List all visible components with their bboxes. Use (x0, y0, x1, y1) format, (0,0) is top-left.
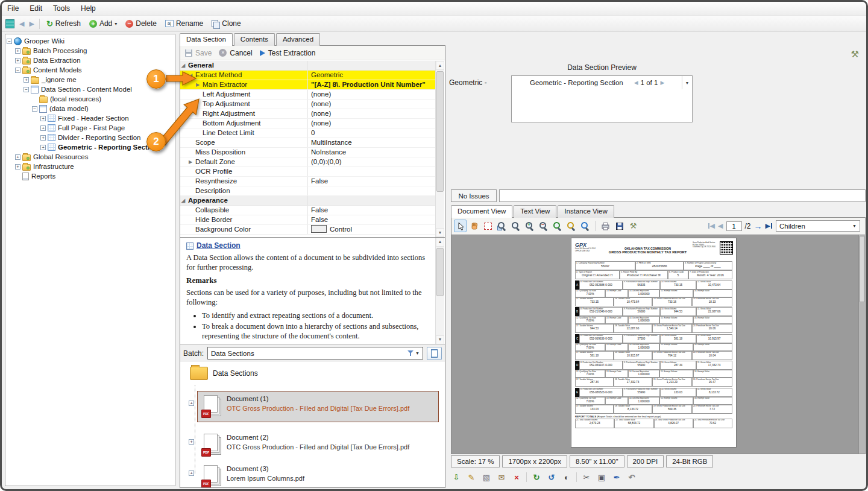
property-value[interactable]: False (308, 215, 435, 224)
property-value[interactable]: (0,0):(0,0) (308, 157, 435, 166)
tree-expander-icon[interactable]: + (15, 154, 20, 160)
batch-document-row[interactable]: + PDF Document (1) OTC Gross Production … (189, 391, 439, 422)
snapshot-icon[interactable] (613, 220, 626, 232)
property-value[interactable]: NoInstance (308, 148, 435, 157)
advanced-settings-icon[interactable]: ⚒ (851, 49, 859, 60)
menu-tools[interactable]: Tools (48, 2, 75, 15)
crop-icon[interactable]: ✂ (581, 472, 592, 483)
tree-expander-icon[interactable]: − (32, 106, 37, 112)
pan-tool-icon[interactable] (468, 220, 480, 232)
rename-button[interactable]: Rename (161, 18, 207, 29)
property-row[interactable]: Hide Border False (180, 215, 435, 225)
undo-icon[interactable]: ↶ (626, 472, 637, 483)
tree-expander-icon[interactable]: + (15, 48, 20, 54)
clone-button[interactable]: Clone (207, 18, 245, 29)
page-number-input[interactable] (726, 221, 742, 231)
previous-page-icon[interactable]: ◀ (718, 222, 723, 230)
select-tool-icon[interactable] (454, 220, 467, 232)
nav-back-icon[interactable]: ◀ (17, 20, 27, 28)
batch-root-node[interactable]: Data Sections (190, 367, 258, 380)
document-card-selected[interactable]: PDF Document (1) OTC Gross Production - … (197, 391, 439, 422)
tab-instance-view[interactable]: Instance View (558, 205, 614, 218)
document-expander-icon[interactable]: + (189, 401, 194, 406)
property-expander-icon[interactable]: ◢ (181, 61, 188, 70)
batch-document-row[interactable]: + PDF Document (3) Lorem Ipsum Columns.p… (189, 461, 439, 487)
invert-colors-icon[interactable]: ◐ (561, 472, 572, 483)
property-value[interactable]: MultiInstance (308, 138, 435, 147)
property-row[interactable]: ◢ Extract Method Geometric (180, 71, 435, 80)
export-image-icon[interactable]: ⇩ (451, 472, 462, 483)
property-row[interactable]: Resynthesize False (180, 177, 435, 186)
next-page-icon[interactable]: → (754, 221, 763, 231)
zoom-out-icon[interactable] (537, 220, 550, 232)
property-row[interactable]: ▶ Main Extractor "[A-Z] 8\. Production U… (180, 80, 435, 90)
property-row[interactable]: ◢ Appearance (180, 196, 435, 206)
preview-next-icon[interactable]: ▶ (658, 80, 667, 86)
edit-image-icon[interactable]: ✎ (466, 472, 477, 483)
tab-data-section[interactable]: Data Section (180, 33, 233, 46)
document-expander-icon[interactable]: + (189, 439, 194, 445)
zoom-region-icon[interactable] (495, 220, 508, 232)
property-value[interactable]: (none) (308, 119, 435, 128)
property-value[interactable]: "[A-Z] 8\. Production Unit Number" (308, 80, 435, 89)
batch-view-button[interactable] (427, 347, 442, 360)
image-settings-icon[interactable]: ⚒ (627, 220, 640, 232)
property-value[interactable] (308, 196, 435, 205)
first-page-icon[interactable]: ◀ (708, 222, 715, 230)
tree-expander-icon[interactable]: + (40, 125, 46, 131)
viewer-canvas[interactable]: GPX Form 300 Revised 10-2014 OFFICE USE … (451, 235, 865, 454)
property-expander-icon[interactable]: ▶ (189, 157, 195, 166)
tree-expander-icon[interactable]: + (40, 145, 46, 150)
tree-item[interactable]: + Batch Processing (5, 46, 175, 55)
scrollbar-thumb[interactable] (436, 71, 444, 192)
tab-contents[interactable]: Contents (234, 33, 275, 46)
delete-page-icon[interactable]: × (511, 472, 522, 483)
document-page[interactable]: GPX Form 300 Revised 10-2014 OFFICE USE … (571, 238, 736, 447)
property-row[interactable]: ◢ General (180, 61, 435, 71)
property-row[interactable]: OCR Profile (180, 167, 435, 177)
tree-expander-icon[interactable]: − (24, 87, 29, 92)
tree-item[interactable]: − Grooper Wiki (5, 36, 175, 46)
property-grid-scrollbar[interactable] (435, 61, 444, 237)
property-value[interactable] (308, 167, 435, 176)
tree-expander-icon[interactable]: + (40, 135, 46, 141)
scroll-up-icon[interactable] (436, 238, 444, 247)
property-value[interactable]: False (308, 206, 435, 215)
zoom-in-icon[interactable] (523, 220, 536, 232)
scrollbar-thumb[interactable] (860, 236, 864, 302)
property-value[interactable] (308, 186, 435, 195)
tab-text-view[interactable]: Text View (514, 205, 556, 218)
tab-advanced[interactable]: Advanced (276, 33, 320, 46)
property-row[interactable]: Background Color Control (180, 225, 435, 235)
preview-prev-icon[interactable]: ◀ (632, 80, 641, 86)
scrollbar-thumb[interactable] (436, 248, 444, 296)
test-extraction-button[interactable]: Test Extraction (260, 49, 316, 57)
property-value[interactable]: (none) (308, 109, 435, 118)
tree-expander-icon[interactable]: + (15, 58, 20, 63)
zoom-width-icon[interactable] (565, 220, 577, 232)
tree-item[interactable]: − (data model) (5, 104, 175, 113)
tree-item[interactable]: (local resources) (5, 94, 175, 104)
tree-expander-icon[interactable]: + (15, 164, 20, 169)
property-value[interactable]: (none) (308, 100, 435, 109)
property-value[interactable]: Control (308, 225, 435, 234)
rotate-page-icon[interactable]: ↻ (531, 472, 542, 483)
viewer-scrollbar[interactable] (858, 235, 865, 454)
property-row[interactable]: Collapsible False (180, 206, 435, 215)
scroll-down-icon[interactable] (436, 335, 444, 344)
tree-item[interactable]: + Data Extraction (5, 55, 175, 65)
property-value[interactable]: Geometric (308, 71, 435, 80)
property-row[interactable]: ▶ Default Zone (0,0):(0,0) (180, 157, 435, 167)
sign-document-icon[interactable]: ✒ (611, 472, 622, 483)
scroll-up-icon[interactable] (436, 61, 444, 70)
property-value[interactable]: (none) (308, 90, 435, 99)
copy-pages-icon[interactable]: ▣ (596, 472, 607, 483)
tree-expander-icon[interactable]: − (7, 39, 12, 44)
property-expander-icon[interactable]: ◢ (181, 196, 188, 205)
property-row[interactable]: Description (180, 186, 435, 196)
document-expander-icon[interactable]: + (189, 470, 194, 476)
children-selector[interactable]: Children ▼ (776, 220, 860, 232)
issues-detail-input[interactable] (499, 189, 866, 202)
save-button[interactable]: Save (185, 49, 212, 57)
tree-item[interactable]: Reports (5, 171, 175, 181)
